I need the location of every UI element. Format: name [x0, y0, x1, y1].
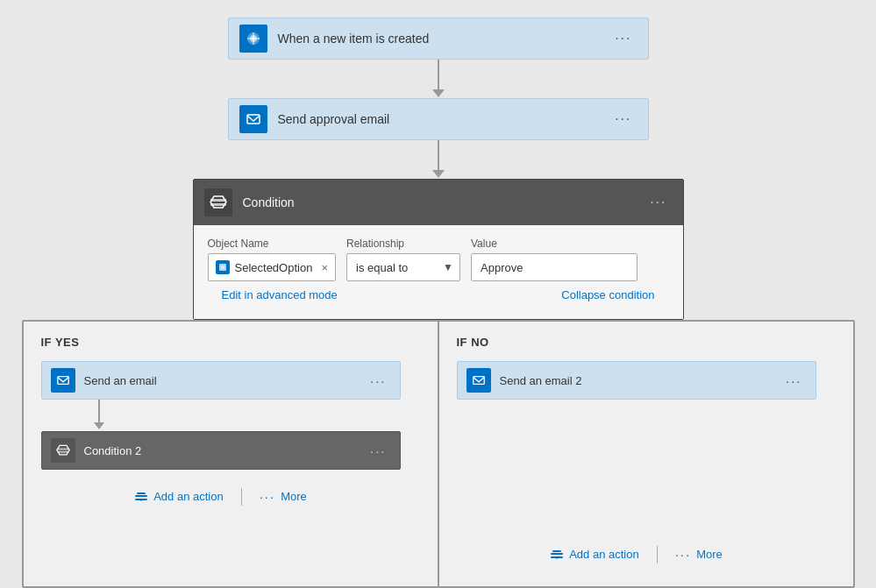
- condition2-label: Condition 2: [84, 444, 366, 457]
- relationship-label: Relationship: [346, 237, 460, 250]
- send-email-label: Send an email: [84, 374, 366, 387]
- if-no-more-label: More: [696, 548, 723, 561]
- if-no-add-action-btn[interactable]: Add an action: [536, 541, 653, 569]
- value-input[interactable]: [471, 253, 637, 281]
- branches-container: IF YES Send an email ···: [22, 320, 855, 588]
- add-action-icon: [134, 490, 148, 504]
- trigger-block: When a new item is created ···: [228, 18, 649, 60]
- relationship-select[interactable]: is equal to: [346, 253, 460, 281]
- condition2-icon: [51, 438, 75, 463]
- relationship-select-wrapper: is equal to ▼: [346, 253, 460, 281]
- relationship-group: Relationship is equal to ▼: [346, 237, 460, 281]
- collapse-condition-link[interactable]: Collapse condition: [561, 288, 654, 301]
- svg-rect-14: [57, 449, 68, 450]
- approval-email-block: Send approval email ···: [228, 98, 649, 140]
- if-yes-more-label: More: [281, 490, 307, 503]
- value-group: Value: [471, 237, 637, 281]
- if-no-add-action-label: Add an action: [569, 548, 639, 561]
- condition-icon: [204, 188, 232, 216]
- send-email2-label: Send an email 2: [500, 374, 781, 387]
- sharepoint-icon: [239, 25, 267, 53]
- more-dots-icon-2: ···: [675, 547, 692, 562]
- edit-advanced-link[interactable]: Edit in advanced mode: [222, 288, 338, 301]
- arrow-2: [432, 140, 445, 179]
- svg-rect-9: [219, 264, 226, 271]
- svg-rect-18: [137, 492, 146, 494]
- send-email2-block: Send an email 2 ···: [457, 361, 816, 400]
- svg-rect-23: [552, 550, 561, 552]
- if-yes-label: IF YES: [41, 336, 80, 349]
- arrow-1: [432, 60, 445, 98]
- if-no-branch: IF NO Send an email 2 ···: [439, 322, 853, 586]
- condition-more-btn[interactable]: ···: [645, 191, 672, 214]
- if-yes-action-row: Add an action ··· More: [41, 482, 401, 511]
- more-dots-icon-1: ···: [260, 489, 276, 504]
- svg-rect-5: [247, 115, 260, 124]
- flow-canvas: When a new item is created ··· Send appr…: [0, 0, 876, 588]
- if-yes-more-btn[interactable]: ··· More: [246, 482, 321, 511]
- object-name-group: Object Name SelectedOption ×: [208, 237, 337, 281]
- send-email-block: Send an email ···: [41, 361, 401, 400]
- condition-fields: Object Name SelectedOption × Relationshi…: [208, 237, 669, 281]
- condition2-block: Condition 2 ···: [41, 431, 401, 470]
- tag-icon: [216, 260, 230, 274]
- action-divider-1: [241, 488, 242, 506]
- trigger-more-btn[interactable]: ···: [609, 27, 637, 50]
- branch-arrow-1: [94, 400, 104, 431]
- tag-text: SelectedOption: [235, 261, 313, 274]
- send-email2-more-btn[interactable]: ···: [781, 371, 807, 391]
- add-action-icon-2: [550, 548, 564, 562]
- value-label: Value: [471, 237, 637, 250]
- trigger-label: When a new item is created: [278, 32, 610, 46]
- svg-rect-16: [135, 495, 147, 497]
- outlook-icon-2: [51, 368, 75, 393]
- if-no-action-row: Add an action ··· More: [457, 540, 816, 569]
- if-yes-add-action-btn[interactable]: Add an action: [120, 483, 238, 511]
- action-divider-2: [657, 546, 658, 563]
- outlook-icon-1: [239, 105, 267, 133]
- condition-footer: Edit in advanced mode Collapse condition: [208, 281, 669, 310]
- approval-email-more-btn[interactable]: ···: [609, 108, 637, 131]
- send-email-more-btn[interactable]: ···: [366, 371, 391, 391]
- if-yes-branch: IF YES Send an email ···: [24, 322, 439, 586]
- object-name-label: Object Name: [208, 237, 337, 250]
- if-no-label: IF NO: [457, 336, 489, 349]
- if-yes-add-action-label: Add an action: [153, 490, 224, 503]
- condition-block: Condition ··· Object Name SelectedOption…: [193, 179, 684, 320]
- tag-close-btn[interactable]: ×: [321, 261, 328, 274]
- svg-rect-20: [473, 377, 483, 385]
- condition-body: Object Name SelectedOption × Relationshi…: [194, 225, 683, 319]
- svg-rect-21: [551, 553, 563, 555]
- if-no-more-btn[interactable]: ··· More: [661, 540, 737, 569]
- svg-rect-15: [57, 451, 68, 453]
- svg-marker-8: [210, 196, 226, 208]
- condition2-more-btn[interactable]: ···: [366, 441, 391, 461]
- approval-email-label: Send approval email: [278, 112, 610, 126]
- condition-header: Condition ···: [194, 180, 683, 225]
- svg-rect-12: [57, 377, 68, 385]
- condition-label: Condition: [243, 195, 645, 209]
- object-name-field[interactable]: SelectedOption ×: [208, 253, 337, 281]
- outlook-icon-3: [466, 368, 491, 393]
